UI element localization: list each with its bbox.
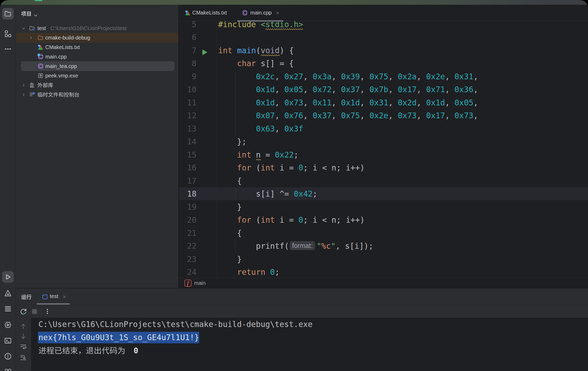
code-token: 0x2e [426, 72, 445, 81]
tree-row[interactable]: cmake-build-debug [16, 33, 179, 42]
code-token [251, 150, 256, 159]
unknown-file-icon: ? [37, 72, 44, 80]
close-icon[interactable] [275, 11, 280, 16]
activity-run-button[interactable] [2, 271, 14, 283]
code-area[interactable]: 5#include <stdio.h>67int main(void) {8 c… [179, 18, 588, 279]
activity-users-button[interactable] [2, 366, 14, 371]
line-number: 16 [179, 161, 197, 174]
code-token: , [445, 72, 454, 81]
tree-row[interactable] [16, 90, 179, 99]
code-token: 0x2d [398, 98, 417, 107]
activity-services-button[interactable] [2, 319, 14, 331]
code-line: 24 return 0; [179, 266, 588, 279]
code-line: 17 { [179, 174, 588, 188]
code-line: 8 char s[] = { [179, 57, 588, 70]
code-token: 0x17 [398, 85, 417, 94]
console-line: C:\Users\G16\CLionProjects\test\cmake-bu… [38, 318, 312, 331]
code-token: 0x07 [256, 111, 275, 120]
tree-row[interactable] [16, 80, 179, 90]
tree-row[interactable]: testC:\Users\G16\CLionProjects\test [16, 23, 179, 33]
run-toolbar [16, 305, 588, 318]
code-token [218, 267, 237, 277]
code-token-squiggled: n [256, 148, 261, 162]
code-line: 23 } [179, 253, 588, 266]
code-line: 18 s[i] ^= 0x42; [179, 187, 588, 201]
activity-build-messages-button[interactable] [2, 303, 14, 315]
activity-bar [0, 5, 16, 371]
chevron-down-icon[interactable] [33, 12, 38, 19]
desktop-background-strip [0, 0, 588, 5]
scroll-to-end-button[interactable] [19, 354, 27, 362]
run-tab-test[interactable]: test [37, 289, 70, 305]
tree-row[interactable]: ?peek.vmp.exe [16, 71, 179, 80]
code-token: int [261, 215, 275, 224]
console-line: nex{7hls_G0u9U3t_1S_so_GE4u7l1U1!} [38, 331, 312, 344]
chevron-down-icon[interactable] [22, 26, 26, 31]
activity-terminal-button[interactable] [2, 335, 14, 346]
rerun-button[interactable] [19, 307, 27, 316]
code-token: ; [313, 189, 317, 198]
more-button[interactable] [43, 307, 51, 316]
code-token: , [332, 111, 341, 120]
down-stacktrace-button[interactable] [19, 333, 27, 341]
breadcrumb-item[interactable]: main [194, 280, 205, 286]
run-tool-window: test C:\Users\G16\CLionProjects\test\cma… [16, 288, 588, 371]
cjk-text [37, 92, 80, 97]
close-icon[interactable] [62, 295, 67, 300]
tree-item-label: main.cpp [45, 53, 67, 60]
code-token: 0x72 [313, 85, 332, 94]
tree-row[interactable]: main_tea.cpp [16, 61, 179, 71]
code-token: 0x31 [369, 98, 388, 107]
cpp-file-badged-icon [37, 53, 44, 61]
code-token: , [473, 72, 478, 81]
code-token: " [317, 241, 321, 251]
code-token: , [303, 85, 313, 94]
line-number: 24 [179, 266, 197, 279]
code-line: 7int main(void) { [179, 44, 588, 57]
up-stacktrace-button[interactable] [19, 323, 27, 331]
stop-button[interactable] [31, 307, 38, 316]
code-token-squiggled: void [261, 44, 280, 57]
tree-row[interactable]: main.cpp [16, 52, 179, 61]
activity-cmake-button[interactable] [2, 287, 14, 299]
activity-structure-button[interactable] [2, 28, 14, 40]
console-output[interactable]: C:\Users\G16\CLionProjects\test\cmake-bu… [31, 318, 588, 371]
project-panel-title[interactable] [21, 11, 32, 17]
code-token [218, 111, 256, 120]
parameter-hint-inlay[interactable]: format: [290, 241, 315, 250]
editor-tab-label: main.cpp [250, 10, 272, 16]
editor-tab-main-cpp[interactable]: main.cpp [237, 5, 283, 21]
editor-tab-cmakelists-txt[interactable]: CMakeLists.txt [179, 5, 232, 21]
editor-area: 5#include <stdio.h>67int main(void) {8 c… [179, 5, 588, 288]
soft-wrap-button[interactable] [19, 343, 27, 352]
activity-more-tools-button[interactable] [2, 43, 14, 55]
console-selected-text: nex{7hls_G0u9U3t_1S_so_GE4u7l1U1!} [38, 332, 199, 343]
code-token: ; [275, 267, 280, 277]
chevron-right-icon[interactable] [29, 36, 33, 41]
activity-problems-button[interactable] [2, 350, 14, 362]
code-line: 12 0x07, 0x76, 0x37, 0x75, 0x2e, 0x73, 0… [179, 109, 588, 122]
code-token: 0x37 [313, 111, 332, 120]
code-token [232, 46, 237, 55]
code-line: 16 for (int i = 0; i < n; i++) [179, 161, 588, 174]
code-token: int [237, 150, 251, 159]
tree-row[interactable]: CMakeLists.txt [16, 42, 179, 52]
activity-project-button[interactable] [2, 8, 14, 19]
code-token: 0x73 [454, 111, 473, 120]
code-token: , [473, 85, 478, 94]
code-line: 14 }; [179, 135, 588, 148]
line-number: 6 [179, 31, 197, 44]
chevron-right-icon[interactable] [22, 83, 26, 88]
clion-window: testC:\Users\G16\CLionProjects\testcmake… [0, 5, 588, 371]
code-token: , [275, 72, 284, 81]
screen-corner-topleft [0, 0, 7, 7]
code-token: , [388, 72, 398, 81]
code-token: , [388, 98, 398, 107]
code-token: , [275, 124, 284, 133]
code-token: , [445, 98, 454, 107]
chevron-right-icon[interactable] [22, 93, 26, 98]
code-token: = [261, 150, 275, 159]
line-number: 23 [179, 253, 197, 266]
toolbar-separator [41, 307, 41, 315]
code-token: 0x2e [369, 111, 388, 120]
